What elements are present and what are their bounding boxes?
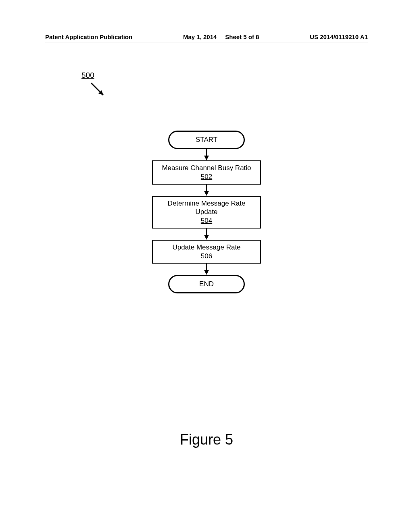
svg-marker-3: [204, 156, 209, 160]
svg-marker-9: [204, 270, 209, 275]
header-left: Patent Application Publication: [45, 33, 132, 40]
figure-reference-number: 500: [81, 71, 94, 80]
step-ref: 504: [201, 216, 212, 225]
process-step-502: Measure Channel Busy Ratio 502: [152, 160, 261, 185]
connector-arrow: [203, 264, 210, 275]
svg-marker-5: [204, 191, 209, 196]
arrow-down-icon: [203, 229, 210, 240]
svg-marker-7: [204, 235, 209, 240]
header-right: US 2014/0119210 A1: [310, 33, 368, 40]
header-center: May 1, 2014 Sheet 5 of 8: [183, 33, 259, 40]
header-rule: [45, 42, 368, 42]
step-ref: 502: [201, 172, 212, 181]
connector-arrow: [203, 229, 210, 240]
figure-label: Figure 5: [180, 431, 233, 448]
connector-arrow: [203, 185, 210, 196]
process-step-506: Update Message Rate 506: [152, 240, 261, 264]
page-header: Patent Application Publication May 1, 20…: [45, 33, 368, 40]
reference-arrow-icon: [89, 81, 108, 100]
step-ref: 506: [201, 252, 212, 261]
arrow-down-icon: [203, 185, 210, 196]
connector-arrow: [203, 149, 210, 160]
start-terminator: START: [168, 131, 245, 149]
arrow-down-icon: [203, 264, 210, 275]
arrow-down-icon: [203, 149, 210, 160]
process-step-504: Determine Message Rate Update 504: [152, 196, 261, 229]
end-terminator: END: [168, 275, 245, 293]
flowchart: START Measure Channel Busy Ratio 502 Det…: [152, 131, 261, 293]
